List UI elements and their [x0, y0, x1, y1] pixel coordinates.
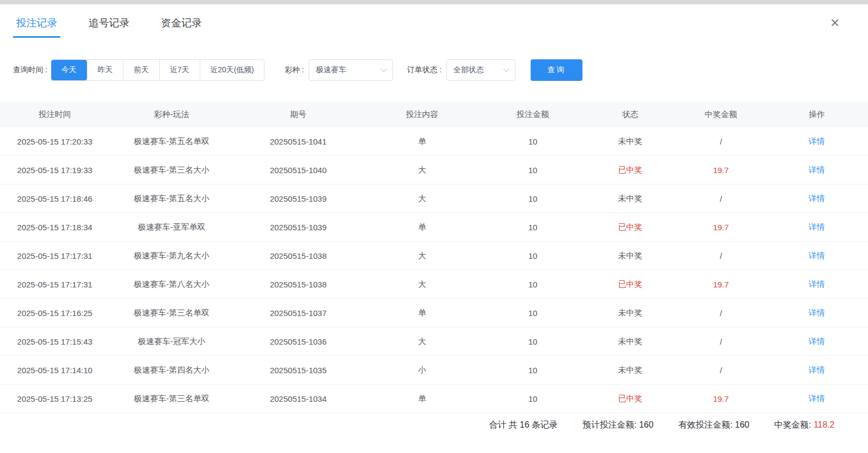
detail-link[interactable]: 详情 — [809, 394, 825, 403]
issue-number: 20250515-1038 — [234, 280, 363, 289]
bet-time: 2025-05-15 17:16:25 — [0, 308, 110, 318]
issue-number: 20250515-1039 — [234, 223, 363, 232]
time-filter-option[interactable]: 近20天(低频) — [200, 60, 265, 80]
detail-link[interactable]: 详情 — [809, 222, 825, 231]
table-row: 2025-05-15 17:15:43极速赛车-冠军大小20250515-103… — [0, 327, 868, 356]
detail-link[interactable]: 详情 — [809, 279, 825, 289]
detail-link[interactable]: 详情 — [809, 165, 825, 174]
table-row: 2025-05-15 17:14:10极速赛车-第四名大小20250515-10… — [0, 356, 868, 385]
bet-amount: 10 — [482, 223, 584, 232]
issue-number: 20250515-1034 — [234, 394, 363, 403]
bet-time: 2025-05-15 17:18:46 — [0, 194, 110, 203]
bet-amount: 10 — [482, 251, 584, 260]
prize-amount: / — [676, 337, 765, 346]
detail-link[interactable]: 详情 — [809, 251, 825, 260]
detail-link[interactable]: 详情 — [809, 337, 825, 346]
table-row: 2025-05-15 17:18:46极速赛车-第五名大小20250515-10… — [0, 184, 868, 213]
lottery-select-value: 极速赛车 — [316, 65, 346, 75]
issue-number: 20250515-1041 — [234, 137, 363, 146]
status: 已中奖 — [584, 222, 676, 232]
time-filter-label: 查询时间 : — [13, 65, 48, 75]
actions-cell: 详情 — [765, 222, 868, 232]
status: 未中奖 — [584, 194, 676, 204]
expected-bet-amount-label: 预计投注金额: — [582, 420, 636, 429]
bet-content: 大 — [363, 279, 482, 290]
status: 未中奖 — [584, 365, 676, 375]
column-header: 状态 — [584, 109, 676, 120]
filter-bar: 查询时间 : 今天昨天前天近7天近20天(低频) 彩种 : 极速赛车 订单状态 … — [0, 59, 868, 81]
play-type: 极速赛车-冠军大小 — [110, 337, 234, 347]
bet-time: 2025-05-15 17:14:10 — [0, 366, 110, 375]
bet-amount: 10 — [482, 394, 584, 403]
time-filter-group: 今天昨天前天近7天近20天(低频) — [51, 59, 265, 81]
column-header: 彩种-玩法 — [110, 109, 234, 120]
actions-cell: 详情 — [765, 394, 868, 404]
prize-amount: 19.7 — [676, 223, 765, 232]
chevron-down-icon — [381, 66, 387, 72]
bet-amount: 10 — [482, 194, 584, 203]
play-type: 极速赛车-第八名大小 — [110, 279, 234, 290]
prize-amount: 19.7 — [676, 280, 765, 289]
bet-time: 2025-05-15 17:17:31 — [0, 251, 110, 260]
bet-content: 大 — [363, 251, 482, 261]
play-type: 极速赛车-第三名大小 — [110, 165, 234, 175]
issue-number: 20250515-1040 — [234, 166, 363, 175]
lottery-label: 彩种 : — [284, 65, 304, 75]
prize-amount: / — [676, 366, 765, 375]
status: 未中奖 — [584, 308, 676, 318]
total-prize-amount-value: 118.2 — [813, 420, 835, 429]
bet-content: 单 — [363, 136, 482, 147]
bet-time: 2025-05-15 17:18:34 — [0, 223, 110, 232]
total-prize-amount-label: 中奖金额: — [774, 420, 811, 429]
tab-bet-records[interactable]: 投注记录 — [16, 4, 57, 42]
tab-fund-records[interactable]: 资金记录 — [161, 4, 202, 42]
search-button[interactable]: 查询 — [531, 59, 582, 81]
tab-bar: 投注记录 追号记录 资金记录 ✕ — [0, 4, 868, 42]
actions-cell: 详情 — [765, 308, 868, 318]
status: 未中奖 — [584, 136, 676, 147]
time-filter-option[interactable]: 近7天 — [159, 60, 200, 80]
total-prize-amount: 中奖金额: 118.2 — [774, 420, 835, 431]
actions-cell: 详情 — [765, 251, 868, 261]
actions-cell: 详情 — [765, 194, 868, 204]
chevron-down-icon — [503, 66, 509, 72]
expected-bet-amount-value: 160 — [639, 420, 654, 429]
play-type: 极速赛车-第三名单双 — [110, 308, 234, 318]
time-filter-option[interactable]: 昨天 — [87, 60, 123, 80]
detail-link[interactable]: 详情 — [809, 136, 825, 146]
status: 未中奖 — [584, 337, 676, 347]
issue-number: 20250515-1038 — [234, 251, 363, 260]
table-row: 2025-05-15 17:20:33极速赛车-第五名单双20250515-10… — [0, 127, 868, 156]
time-filter-option-active[interactable]: 今天 — [51, 60, 87, 80]
issue-number: 20250515-1035 — [234, 366, 363, 375]
table-row: 2025-05-15 17:19:33极速赛车-第三名大小20250515-10… — [0, 156, 868, 184]
table-row: 2025-05-15 17:17:31极速赛车-第八名大小20250515-10… — [0, 270, 868, 299]
issue-number: 20250515-1037 — [234, 308, 363, 318]
column-header: 中奖金额 — [676, 109, 765, 120]
close-icon[interactable]: ✕ — [830, 17, 840, 29]
column-header: 投注金额 — [482, 109, 584, 120]
prize-amount: / — [676, 251, 765, 260]
table-row: 2025-05-15 17:16:25极速赛车-第三名单双20250515-10… — [0, 299, 868, 327]
prize-amount: / — [676, 308, 765, 318]
column-header: 操作 — [765, 109, 868, 120]
actions-cell: 详情 — [765, 279, 868, 290]
detail-link[interactable]: 详情 — [809, 308, 825, 317]
bet-time: 2025-05-15 17:19:33 — [0, 166, 110, 175]
detail-link[interactable]: 详情 — [809, 194, 825, 203]
records-table: 投注时间彩种-玩法期号投注内容投注金额状态中奖金额操作 2025-05-15 1… — [0, 101, 868, 413]
play-type: 极速赛车-第九名大小 — [110, 251, 234, 261]
order-status-select[interactable]: 全部状态 — [446, 59, 516, 81]
time-filter-option[interactable]: 前天 — [123, 60, 159, 80]
tab-chase-records[interactable]: 追号记录 — [89, 4, 130, 42]
bet-content: 大 — [363, 165, 482, 175]
prize-amount: / — [676, 194, 765, 203]
order-status-label: 订单状态 : — [407, 65, 442, 75]
bet-content: 单 — [363, 222, 482, 232]
table-row: 2025-05-15 17:17:31极速赛车-第九名大小20250515-10… — [0, 242, 868, 270]
bet-amount: 10 — [482, 366, 584, 375]
detail-link[interactable]: 详情 — [809, 365, 825, 374]
valid-bet-amount: 有效投注金额: 160 — [679, 420, 750, 431]
table-row: 2025-05-15 17:18:34极速赛车-亚军单双20250515-103… — [0, 213, 868, 242]
lottery-select[interactable]: 极速赛车 — [309, 59, 393, 81]
